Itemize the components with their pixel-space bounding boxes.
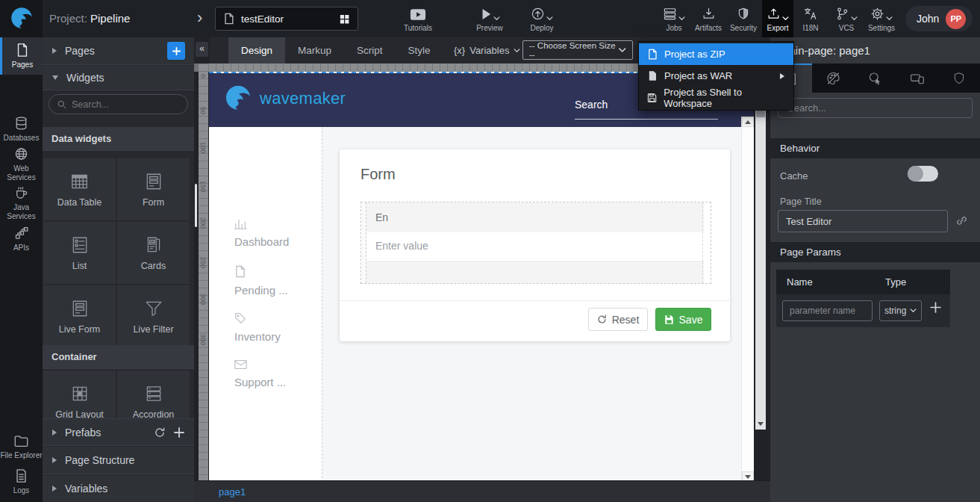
security-button[interactable]: Security [725,0,761,37]
tab-styles[interactable] [812,63,854,93]
jobs-icon [663,7,677,21]
widget-tile-grid-layout[interactable]: Grid Layout [43,371,116,418]
canvas-scrollbar[interactable] [755,72,766,430]
refresh-icon[interactable] [154,427,166,439]
section-pages[interactable]: Pages [43,37,194,65]
section-variables[interactable]: Variables [43,475,194,502]
menu-item-project-as-war[interactable]: Project as WAR [639,65,793,87]
tutorials-icon [410,8,426,21]
param-name-input[interactable] [782,300,873,321]
nav-item-inventory[interactable]: Inventory [234,312,281,343]
tab-security[interactable] [938,63,980,93]
export-button[interactable]: Export [762,0,793,37]
form-text-input[interactable] [375,240,622,252]
avatar[interactable]: PP [946,9,966,29]
page-tab[interactable]: testEditor [215,7,358,31]
widget-tile-accordion[interactable]: Accordion [117,371,190,418]
shield-icon [952,71,966,86]
settings-button[interactable]: Settings [863,0,900,37]
scroll-up-icon[interactable] [742,117,754,127]
rail-item-apis[interactable]: APIs [0,224,43,254]
widget-search-input[interactable] [72,99,169,110]
screen-size-select[interactable]: -- Choose Screen Size -- [522,40,633,60]
widget-tile-cards[interactable]: Cards [117,222,190,284]
tab-events[interactable] [854,63,896,93]
rail-item-pages[interactable]: Pages [0,37,43,75]
form-field-widget[interactable]: En [361,202,711,284]
widget-tile-live-filter[interactable]: Live Filter [117,285,190,347]
widget-search[interactable] [49,94,188,114]
vcs-button[interactable]: VCS [830,0,863,37]
i18n-button[interactable]: I18N [794,0,827,37]
grid-icon[interactable] [339,13,350,25]
tutorials-button[interactable]: Tutorials [399,0,437,37]
tab-design[interactable]: Design [228,37,285,63]
artifacts-button[interactable]: Artifacts [691,0,725,37]
properties-search-input[interactable] [778,99,972,117]
chevron-down-icon[interactable] [546,16,553,21]
widget-drag-handle[interactable] [361,202,366,283]
menu-item-project-as-zip[interactable]: Project as ZIP [639,43,793,65]
param-type-select[interactable]: string [879,300,922,321]
chevron-down-icon[interactable] [493,16,500,21]
wavemaker-logo[interactable] [0,0,43,37]
chevron-down-icon[interactable] [678,16,685,21]
save-button[interactable]: Save [655,308,711,331]
cache-toggle[interactable] [908,166,938,182]
tab-style[interactable]: Style [396,37,443,63]
nav-item-dashboard[interactable]: Dashboard [234,218,289,248]
chevron-down-icon[interactable] [851,16,858,21]
add-param-button[interactable] [929,301,942,314]
breadcrumb: Project: Pipeline [49,0,130,37]
cards-icon [144,235,163,255]
form-input-row[interactable] [366,232,704,262]
collapsed-arrow-icon [52,485,57,492]
bind-link-icon[interactable] [955,214,968,227]
widget-tile-data-table[interactable]: Data Table [43,158,116,220]
section-page-structure[interactable]: Page Structure [43,447,194,474]
collapse-panel-button[interactable]: « [196,42,208,57]
jobs-button[interactable]: Jobs [657,0,691,37]
page-params-section-header[interactable]: Page Params [770,242,980,262]
canvas-scroll-down-icon[interactable] [755,418,766,430]
behavior-section-header[interactable]: Behavior [770,138,980,158]
page-left-nav: Dashboard Pending ... Inventory Support … [209,127,322,482]
deploy-button[interactable]: Deploy [522,0,561,37]
section-widgets[interactable]: Widgets [43,66,194,90]
rail-item-web-services[interactable]: Web Services [0,146,43,182]
form-icon [144,172,163,191]
nav-item-support[interactable]: Support ... [234,359,286,388]
footer-page-tab[interactable]: page1 [219,486,246,498]
section-prefabs[interactable]: Prefabs [43,418,194,446]
widget-tile-form[interactable]: Form [117,158,190,220]
design-page[interactable]: wavemaker Search Dashboard Pending ... I [209,72,754,480]
tab-markup[interactable]: Markup [285,37,344,63]
page-title-input[interactable] [778,210,948,232]
menu-item-project-as-shell[interactable]: Project as Shell to Workspace [639,87,793,108]
widget-tile-list[interactable]: List [43,222,116,284]
project-name[interactable]: Pipeline [90,12,130,25]
rail-item-logs[interactable]: Logs [0,466,43,498]
rail-item-java-services[interactable]: Java Services [0,185,43,221]
tab-script[interactable]: Script [344,37,396,63]
rail-item-databases[interactable]: Databases [0,114,43,145]
form-card[interactable]: Form En Res [340,149,730,341]
panel-scrollbar-thumb[interactable] [195,184,197,227]
widget-tile-live-form[interactable]: Live Form [43,285,116,347]
chevron-down-icon[interactable] [886,16,893,21]
properties-search[interactable] [778,98,973,118]
rail-item-file-explorer[interactable]: File Explorer [0,427,43,466]
add-prefab-icon[interactable] [173,427,185,439]
preview-button[interactable]: Preview [470,0,509,37]
add-page-button[interactable] [167,42,185,60]
widget-resize-line[interactable] [702,202,703,283]
chevron-down-icon[interactable] [782,16,789,21]
reset-refresh-icon [597,314,607,324]
reset-button[interactable]: Reset [588,308,648,331]
page-scrollbar[interactable] [741,117,754,482]
variables-dropdown-button[interactable]: {x} Variables [454,37,520,63]
form-field-label-bar[interactable]: En [366,202,704,232]
user-menu[interactable]: John PP [905,6,973,31]
nav-item-pending[interactable]: Pending ... [234,265,288,297]
tab-devices[interactable] [896,63,938,93]
